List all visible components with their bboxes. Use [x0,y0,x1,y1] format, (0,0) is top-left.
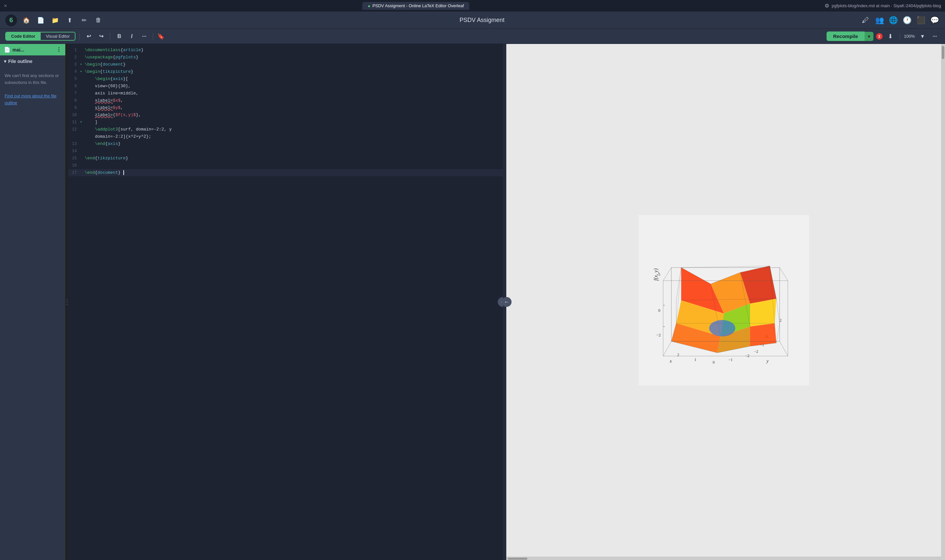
file-item-left: 📄 mai... [4,46,24,53]
code-lines: 1 \documentclass{article} 2 \usepackage{… [68,44,503,179]
code-line-12b[interactable]: domain=-2:2]{x^2+y^2}; [68,133,503,140]
code-editor-tab[interactable]: Code Editor [6,32,41,40]
code-line-9[interactable]: 9 ylabel=$y$, [68,104,503,111]
code-line-12[interactable]: 12 \addplot3[surf, domain=-2:2, y [68,126,503,133]
svg-text:5: 5 [658,272,660,277]
code-line-1[interactable]: 1 \documentclass{article} [68,46,503,54]
notification-badge: 2 [876,33,883,40]
outline-help-link[interactable]: Find out more about the file outline [5,94,56,105]
preview-scrollbar-x[interactable] [506,557,941,560]
delete-button[interactable]: 🗑 [93,15,104,26]
file-outline-label: File outline [8,59,32,64]
drag-dot [66,299,68,300]
globe-button[interactable]: 🌐 [888,15,899,26]
preview-scrollbar-y[interactable] [941,44,945,560]
github-label: pgfplots-blog/index.md at main · SiyaK-2… [832,3,941,8]
toolbar-right-actions: 🖊 👥 🌐 🕐 ⬛ 💬 [860,15,940,26]
code-line-13[interactable]: 13 \end{axis} [68,140,503,148]
panel-arrow-left[interactable]: ← [502,297,512,307]
svg-text:0: 0 [658,308,660,313]
svg-text:−1: −1 [728,357,733,362]
code-line-8[interactable]: 8 xlabel=$x$, [68,97,503,104]
history-button[interactable]: 🕐 [902,15,912,26]
svg-line-39 [780,341,788,356]
svg-text:2: 2 [677,352,679,357]
svg-line-41 [663,268,671,281]
zoom-dropdown-button[interactable]: ▾ [917,31,927,41]
code-line-5[interactable]: 5 \begin{axis}[ [68,75,503,83]
file-item[interactable]: 📄 mai... ⋮ [0,44,65,55]
new-file-button[interactable]: 📄 [35,15,46,26]
italic-button[interactable]: I [126,31,137,41]
tab-title: PSDV Assigment - Online LaTeX Editor Ove… [372,3,464,8]
home-button[interactable]: 🏠 [21,15,31,26]
edit-profile-button[interactable]: 🖊 [860,15,871,26]
toolbar-separator-4 [900,33,900,40]
more-options-button[interactable]: ··· [930,31,940,41]
code-line-16[interactable]: 16 [68,162,503,169]
code-line-7[interactable]: 7 axis line=middle, [68,90,503,97]
share-button[interactable]: 👥 [874,15,885,26]
code-line-2[interactable]: 2 \usepackage{pgfplots} [68,54,503,61]
svg-marker-21 [750,299,776,326]
scrollbar-thumb[interactable] [507,558,527,560]
zoom-level: 100% [904,34,915,39]
toolbar-separator-1 [79,33,80,40]
drag-dot [66,304,68,305]
svg-text:−2: −2 [745,354,749,358]
scrollbar-thumb-y[interactable] [942,46,944,59]
title-bar-left: × [4,3,7,9]
code-line-3[interactable]: 3 ▾ \begin{document} [68,61,503,68]
svg-point-33 [709,320,735,336]
download-button[interactable]: ⬇ [885,31,896,42]
edit-button[interactable]: ✏ [79,15,89,26]
editor-toolbar: Code Editor Visual Editor ↩ ↪ B I ··· 🔖 … [0,29,945,44]
upload-button[interactable]: ⬆ [64,15,75,26]
code-line-14[interactable]: 14 [68,148,503,155]
svg-text:x: x [669,359,672,364]
drag-dot [66,302,68,303]
svg-line-30 [681,266,770,268]
main-toolbar: 6 🏠 📄 📁 ⬆ ✏ 🗑 PSDV Assigment 🖊 👥 🌐 🕐 ⬛ 💬 [0,12,945,29]
github-icon: ⚙ [825,3,829,9]
preview-panel: f(x, y) 5 0 −2 x 2 1 0 −1 −2 y −2 −1 0 1 [506,44,941,560]
chat-button[interactable]: 💬 [929,15,940,26]
code-line-11[interactable]: 11 ▾ ] [68,119,503,126]
svg-text:0: 0 [713,360,715,365]
content-area: 📄 mai... ⋮ ▾ File outline We can't find … [0,44,945,560]
code-editor[interactable]: 1 \documentclass{article} 2 \usepackage{… [68,44,503,560]
svg-line-45 [780,268,788,281]
sidebar-resize-handle[interactable] [66,44,68,560]
recompile-dropdown-button[interactable]: ▾ [865,32,874,41]
toolbar-separator-2 [110,33,110,40]
document-title: PSDV Assigment [108,17,856,24]
layout-button[interactable]: ⬛ [916,15,926,26]
folder-button[interactable]: 📁 [50,15,60,26]
code-line-10[interactable]: 10 zlabel={$f(x,y)$}, [68,111,503,119]
redo-button[interactable]: ↪ [96,31,106,41]
logo-button[interactable]: 6 [5,14,17,26]
svg-line-38 [663,341,671,356]
bold-button[interactable]: B [114,31,124,41]
close-button[interactable]: × [4,3,7,9]
file-options-icon[interactable]: ⋮ [56,46,62,53]
code-line-4[interactable]: 4 ▾ \begin{tikzpicture} [68,68,503,75]
code-line-15[interactable]: 15 \end{tikzpicture} [68,155,503,162]
title-bar: × ● PSDV Assigment - Online LaTeX Editor… [0,0,945,12]
more-format-button[interactable]: ··· [139,31,149,41]
code-line-17[interactable]: 17 \end{document} [68,169,503,176]
svg-text:−2: −2 [656,332,661,337]
code-line-6[interactable]: 6 view={60}{30}, [68,83,503,90]
sidebar: 📄 mai... ⋮ ▾ File outline We can't find … [0,44,66,560]
active-tab[interactable]: ● PSDV Assigment - Online LaTeX Editor O… [362,2,469,10]
plot-svg: f(x, y) 5 0 −2 x 2 1 0 −1 −2 y −2 −1 0 1 [638,215,809,386]
file-outline-header[interactable]: ▾ File outline [0,55,65,67]
title-bar-right: ⚙ pgfplots-blog/index.md at main · SiyaK… [825,3,941,9]
svg-marker-24 [750,323,776,346]
visual-editor-tab[interactable]: Visual Editor [41,32,75,40]
code-scroll-area[interactable]: 1 \documentclass{article} 2 \usepackage{… [68,44,503,560]
svg-text:y: y [766,359,769,364]
recompile-button[interactable]: Recompile [826,31,865,41]
editor-mode-toggle: Code Editor Visual Editor [5,32,76,41]
undo-button[interactable]: ↩ [84,31,94,41]
